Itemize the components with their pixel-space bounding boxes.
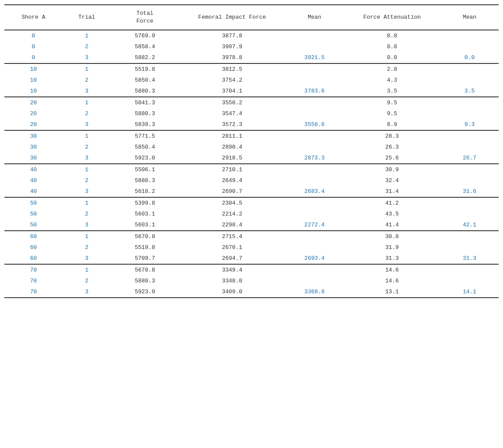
table-row: 1025850.43754.24.3: [4, 75, 499, 86]
cell-mean2: [440, 142, 499, 153]
cell-femoral: 2694.7: [179, 253, 285, 264]
cell-femoral: 2918.5: [179, 153, 285, 164]
cell-mean2: [440, 108, 499, 119]
cell-shore: 50: [4, 219, 63, 231]
cell-mean1: [285, 209, 344, 219]
cell-mean1: [285, 275, 344, 286]
cell-force-att: 32.4: [344, 175, 440, 186]
cell-mean1: 2873.3: [285, 153, 344, 164]
cell-trial: 3: [63, 286, 111, 298]
cell-femoral: 3877.8: [179, 30, 285, 41]
cell-mean1: 2272.4: [285, 219, 344, 231]
cell-mean1: [285, 75, 344, 86]
cell-total-force: 5519.8: [111, 242, 179, 253]
header-trial: Trial: [63, 5, 111, 30]
cell-trial: 2: [63, 209, 111, 219]
cell-total-force: 5839.3: [111, 119, 179, 130]
table-row: 3035923.02918.52873.325.626.7: [4, 153, 499, 164]
cell-femoral: 2811.1: [179, 130, 285, 142]
cell-femoral: 3349.4: [179, 264, 285, 275]
cell-mean2: 0.0: [440, 52, 499, 63]
cell-trial: 1: [63, 164, 111, 175]
cell-shore: 20: [4, 119, 63, 130]
cell-total-force: 5769.9: [111, 30, 179, 41]
cell-mean2: [440, 209, 499, 219]
cell-total-force: 5399.8: [111, 197, 179, 209]
cell-force-att: 43.5: [344, 209, 440, 219]
cell-mean2: 31.3: [440, 253, 499, 264]
cell-mean2: [440, 275, 499, 286]
cell-mean2: [440, 242, 499, 253]
cell-trial: 2: [63, 175, 111, 186]
table-row: 5015399.82304.541.2: [4, 197, 499, 209]
cell-shore: 50: [4, 209, 63, 219]
cell-force-att: 0.0: [344, 52, 440, 63]
cell-total-force: 5841.3: [111, 97, 179, 108]
cell-femoral: 2649.4: [179, 175, 285, 186]
cell-shore: 20: [4, 108, 63, 119]
cell-femoral: 3784.1: [179, 86, 285, 97]
cell-trial: 3: [63, 253, 111, 264]
cell-total-force: 5618.2: [111, 186, 179, 197]
cell-mean1: 3921.5: [285, 52, 344, 63]
cell-force-att: 2.8: [344, 63, 440, 75]
cell-mean2: 31.6: [440, 186, 499, 197]
table-row: 6015670.82715.430.8: [4, 231, 499, 242]
cell-trial: 2: [63, 142, 111, 153]
table-row: 2035839.33572.33556.68.99.3: [4, 119, 499, 130]
table-row: 025850.43907.90.0: [4, 41, 499, 52]
cell-mean1: [285, 30, 344, 41]
cell-shore: 70: [4, 275, 63, 286]
cell-shore: 10: [4, 86, 63, 97]
table-row: 1015519.83812.52.8: [4, 63, 499, 75]
cell-femoral: 2214.2: [179, 209, 285, 219]
cell-total-force: 5880.3: [111, 108, 179, 119]
cell-trial: 2: [63, 108, 111, 119]
cell-total-force: 5519.8: [111, 63, 179, 75]
table-row: 3015771.52811.128.3: [4, 130, 499, 142]
cell-shore: 60: [4, 242, 63, 253]
cell-mean1: [285, 108, 344, 119]
cell-force-att: 8.9: [344, 119, 440, 130]
cell-total-force: 5880.3: [111, 175, 179, 186]
cell-force-att: 14.6: [344, 275, 440, 286]
cell-force-att: 14.6: [344, 264, 440, 275]
cell-mean1: [285, 41, 344, 52]
cell-mean1: [285, 164, 344, 175]
cell-mean2: [440, 97, 499, 108]
cell-femoral: 2670.1: [179, 242, 285, 253]
cell-femoral: 3547.4: [179, 108, 285, 119]
cell-force-att: 26.3: [344, 142, 440, 153]
cell-total-force: 5670.8: [111, 264, 179, 275]
header-shore-a: Shore A: [4, 5, 63, 30]
cell-shore: 30: [4, 130, 63, 142]
cell-femoral: 2690.7: [179, 186, 285, 197]
cell-mean2: [440, 130, 499, 142]
cell-trial: 3: [63, 186, 111, 197]
cell-force-att: 31.3: [344, 253, 440, 264]
table-row: 6035709.72694.72693.431.331.3: [4, 253, 499, 264]
cell-trial: 3: [63, 219, 111, 231]
cell-mean2: 14.1: [440, 286, 499, 298]
cell-trial: 1: [63, 197, 111, 209]
cell-femoral: 2715.4: [179, 231, 285, 242]
table-row: 7015670.83349.414.6: [4, 264, 499, 275]
cell-total-force: 5882.2: [111, 52, 179, 63]
cell-total-force: 5709.7: [111, 253, 179, 264]
table-row: 3025850.42890.426.3: [4, 142, 499, 153]
cell-force-att: 28.3: [344, 130, 440, 142]
cell-force-att: 41.2: [344, 197, 440, 209]
cell-total-force: 5850.4: [111, 142, 179, 153]
cell-femoral: 3550.2: [179, 97, 285, 108]
cell-trial: 1: [63, 30, 111, 41]
cell-total-force: 5506.1: [111, 164, 179, 175]
cell-femoral: 2710.1: [179, 164, 285, 175]
cell-total-force: 5923.0: [111, 153, 179, 164]
cell-shore: 10: [4, 75, 63, 86]
cell-total-force: 5850.4: [111, 41, 179, 52]
cell-force-att: 30.8: [344, 231, 440, 242]
cell-trial: 1: [63, 264, 111, 275]
cell-mean1: [285, 130, 344, 142]
table-row: 015769.93877.80.0: [4, 30, 499, 41]
cell-mean2: [440, 30, 499, 41]
